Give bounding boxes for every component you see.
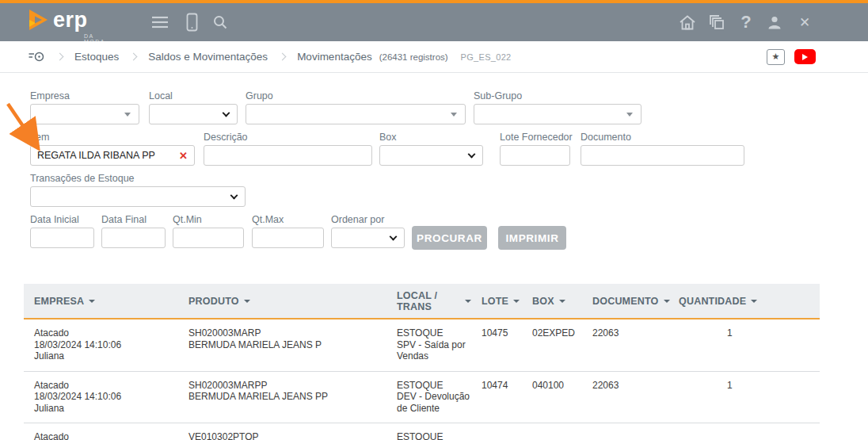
- filter-data-inicial: Data Inicial: [30, 214, 94, 248]
- cell-produto: SH020003MARP BERMUDA MARIELA JEANS P: [178, 327, 386, 362]
- logo-play-icon: [29, 9, 48, 34]
- page-code: PG_ES_022: [461, 52, 512, 62]
- imprimir-button[interactable]: IMPRIMIR: [498, 226, 566, 250]
- cell-box: 02EXPED: [522, 327, 582, 362]
- clear-item-icon[interactable]: ✕: [179, 151, 188, 161]
- box-select[interactable]: [379, 145, 483, 166]
- youtube-play-icon: [802, 54, 808, 60]
- column-header-documento[interactable]: DOCUMENTO: [582, 296, 668, 307]
- qt-max-label: Qt.Max: [252, 214, 324, 225]
- cell-lote: [471, 431, 522, 440]
- cell-quantidade: [668, 431, 820, 440]
- descricao-label: Descrição: [204, 132, 372, 143]
- qt-min-label: Qt.Min: [173, 214, 244, 225]
- breadcrumb-movimentacoes[interactable]: Movimentações: [297, 51, 372, 63]
- cell-produto: SH020003MARPP BERMUDA MARIELA JEANS PP: [178, 380, 386, 415]
- empresa-dropdown[interactable]: [30, 104, 139, 124]
- filter-transacoes: Transações de Estoque: [30, 173, 246, 207]
- mobile-icon[interactable]: [179, 3, 204, 41]
- filter-data-final: Data Final: [101, 214, 166, 248]
- qt-min-input[interactable]: [173, 228, 244, 248]
- windows-stack-icon[interactable]: [704, 3, 729, 41]
- menu-gear-icon[interactable]: [29, 50, 45, 63]
- sub-grupo-dropdown[interactable]: [474, 104, 641, 124]
- documento-input[interactable]: [581, 145, 744, 166]
- cell-produto: VE010302PTOP: [178, 431, 386, 440]
- sort-icon: [465, 300, 471, 303]
- documento-label: Documento: [581, 132, 744, 143]
- descricao-input[interactable]: [204, 145, 372, 166]
- filter-item: Item ✕: [30, 132, 195, 166]
- grupo-dropdown[interactable]: [246, 104, 466, 124]
- box-label: Box: [379, 132, 483, 143]
- table-row[interactable]: Atacado 18/03/2024 14:10:06 Juliana SH02…: [24, 372, 820, 424]
- cell-box: 040100: [522, 380, 582, 415]
- sort-icon: [244, 300, 250, 303]
- filter-lote-fornecedor: Lote Fornecedor: [500, 132, 570, 166]
- cell-local-trans: ESTOQUE SPV - Saída por Vendas: [386, 327, 471, 362]
- app-header-bar: erp DA MODA: [0, 3, 868, 41]
- breadcrumb-chevron-icon: [279, 53, 287, 61]
- table-row[interactable]: Atacado 18/03/2024 14:10:06 Juliana SH02…: [24, 319, 820, 372]
- cell-documento: [582, 431, 668, 440]
- table-header-row: EMPRESA PRODUTO LOCAL / TRANS LOTE BOX D…: [24, 284, 820, 319]
- sort-icon: [513, 300, 520, 303]
- lote-fornecedor-input[interactable]: [500, 145, 570, 166]
- chevron-down-icon: [451, 113, 457, 117]
- column-header-box[interactable]: BOX: [522, 296, 582, 307]
- cell-lote: 10475: [471, 327, 522, 362]
- cell-local-trans: ESTOQUE DEV - Devolução de Cliente: [386, 380, 471, 415]
- chevron-down-icon: [468, 151, 476, 159]
- column-header-local-trans[interactable]: LOCAL / TRANS: [386, 290, 471, 312]
- cell-documento: 22063: [582, 327, 668, 362]
- user-icon[interactable]: [762, 3, 787, 41]
- filter-grupo: Grupo: [246, 90, 466, 124]
- chevron-down-icon: [223, 109, 230, 117]
- transacoes-select[interactable]: [30, 186, 246, 207]
- filter-qt-min: Qt.Min: [173, 214, 244, 248]
- item-input[interactable]: [30, 145, 195, 166]
- table-row[interactable]: Atacado VE010302PTOP ESTOQUE: [24, 423, 820, 440]
- data-final-input[interactable]: [101, 228, 166, 248]
- data-inicial-input[interactable]: [30, 228, 94, 248]
- hamburger-menu-icon[interactable]: [147, 3, 173, 41]
- help-icon[interactable]: ?: [733, 3, 759, 41]
- ordenar-por-label: Ordenar por: [331, 214, 405, 225]
- logo-text: erp: [53, 9, 88, 31]
- column-header-produto[interactable]: PRODUTO: [178, 296, 386, 307]
- transacoes-label: Transações de Estoque: [30, 173, 246, 184]
- breadcrumb-saldos-movimentacoes[interactable]: Saldos e Movimentações: [148, 51, 268, 63]
- column-header-lote[interactable]: LOTE: [471, 296, 522, 307]
- chevron-down-icon: [626, 113, 633, 117]
- youtube-button[interactable]: [794, 49, 816, 64]
- cell-quantidade: 1: [668, 327, 820, 362]
- ordenar-por-select[interactable]: [331, 228, 405, 248]
- chevron-down-icon: [124, 113, 131, 117]
- star-icon: ★: [772, 52, 780, 62]
- app-logo[interactable]: erp DA MODA: [29, 9, 88, 34]
- column-header-empresa[interactable]: EMPRESA: [24, 296, 178, 307]
- filter-documento: Documento: [581, 132, 744, 166]
- sort-icon: [751, 300, 757, 303]
- data-final-label: Data Final: [101, 214, 166, 225]
- breadcrumb: Estoques Saldos e Movimentações Moviment…: [0, 41, 868, 73]
- cell-empresa: Atacado: [24, 431, 178, 440]
- filter-qt-max: Qt.Max: [252, 214, 324, 248]
- close-icon[interactable]: ✕: [792, 3, 817, 41]
- procurar-button[interactable]: PROCURAR: [412, 226, 487, 250]
- cell-quantidade: 1: [668, 380, 820, 415]
- chevron-down-icon: [230, 192, 238, 200]
- search-icon[interactable]: [207, 3, 233, 41]
- breadcrumb-estoques[interactable]: Estoques: [74, 51, 119, 63]
- favorite-star-button[interactable]: ★: [767, 49, 785, 65]
- data-inicial-label: Data Inicial: [30, 214, 94, 225]
- cell-local-trans: ESTOQUE: [386, 431, 471, 440]
- filter-sub-grupo: Sub-Grupo: [474, 90, 641, 124]
- column-header-quantidade[interactable]: QUANTIDADE: [668, 296, 820, 307]
- qt-max-input[interactable]: [252, 228, 324, 248]
- movimentacoes-table: EMPRESA PRODUTO LOCAL / TRANS LOTE BOX D…: [24, 284, 820, 440]
- local-select[interactable]: [149, 104, 238, 124]
- cell-documento: 22063: [582, 380, 668, 415]
- records-count: (26431 registros): [379, 52, 448, 62]
- home-icon[interactable]: [675, 3, 700, 41]
